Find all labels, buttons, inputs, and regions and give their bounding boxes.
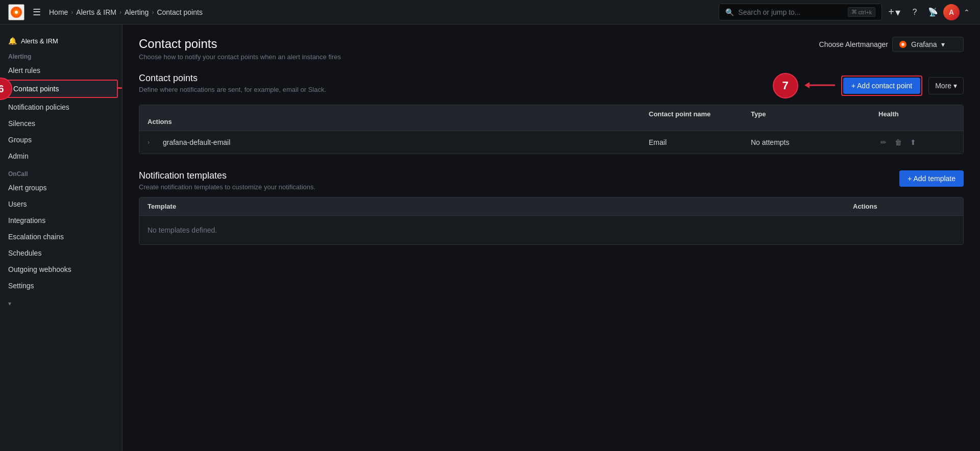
- page-title: Contact points: [139, 37, 811, 51]
- notification-templates-title: Notification templates: [139, 170, 315, 181]
- collapse-icon: ⌃: [964, 8, 970, 16]
- topbar: ☰ Home › Alerts & IRM › Alerting › Conta…: [0, 0, 980, 24]
- alertmanager-select[interactable]: Grafana ▾: [892, 37, 964, 52]
- contact-points-section-header: Contact points Define where notification…: [139, 73, 964, 98]
- add-new-button[interactable]: + ▾: [884, 4, 904, 20]
- more-button[interactable]: More ▾: [928, 77, 964, 94]
- contact-points-section: Contact points Define where notification…: [139, 73, 964, 154]
- sidebar-item-groups[interactable]: Groups: [0, 132, 122, 148]
- contact-point-type: Email: [649, 138, 751, 146]
- contact-point-actions: ✏ 🗑 ⬆: [878, 136, 955, 148]
- sidebar-item-label: Schedules: [8, 249, 41, 257]
- table-row: › grafana-default-email Email No attempt…: [139, 131, 963, 154]
- contact-points-section-titles: Contact points Define where notification…: [139, 73, 326, 93]
- sidebar-item-escalation-chains[interactable]: Escalation chains: [0, 229, 122, 245]
- search-bar[interactable]: 🔍 Search or jump to... ⌘ ctrl+k: [719, 4, 882, 20]
- sidebar-item-alert-groups[interactable]: Alert groups: [0, 180, 122, 196]
- search-icon: 🔍: [725, 8, 734, 16]
- avatar-text: A: [949, 8, 954, 16]
- notification-templates-titles: Notification templates Create notificati…: [139, 170, 315, 191]
- contact-points-table: Contact point name Type Health Actions ›…: [139, 105, 964, 154]
- news-button[interactable]: 📡: [925, 4, 941, 20]
- notification-templates-section: Notification templates Create notificati…: [139, 170, 964, 245]
- sidebar-item-settings[interactable]: Settings: [0, 278, 122, 294]
- alertmanager-selected-text: Grafana: [911, 40, 937, 48]
- sidebar-item-schedules[interactable]: Schedules: [0, 245, 122, 261]
- delete-icon: 🗑: [895, 138, 902, 146]
- export-icon: ⬆: [910, 138, 916, 146]
- sidebar-item-label: Groups: [8, 136, 32, 144]
- cmd-icon: ⌘: [851, 9, 857, 15]
- col-actions: Actions: [853, 203, 955, 210]
- breadcrumb-alerting[interactable]: Alerting: [125, 8, 149, 16]
- sidebar-oncall-label: OnCall: [0, 164, 122, 180]
- grafana-logo[interactable]: [8, 4, 24, 20]
- main-content: Choose Alertmanager Grafana ▾ Contact po…: [122, 24, 980, 451]
- sidebar-item-label: Escalation chains: [8, 233, 64, 241]
- sidebar-item-label: Integrations: [8, 216, 45, 224]
- search-shortcut: ⌘ ctrl+k: [848, 7, 876, 17]
- delete-contact-point-button[interactable]: 🗑: [893, 136, 904, 148]
- expand-icon[interactable]: ›: [148, 139, 163, 146]
- notification-templates-subtitle: Create notification templates to customi…: [139, 183, 315, 191]
- sidebar-item-label: Alert groups: [8, 184, 46, 192]
- add-contact-point-button[interactable]: + Add contact point: [843, 78, 920, 94]
- contact-points-actions: 7 + Add contact point More ▾: [773, 73, 964, 98]
- sidebar-item-label: Settings: [8, 282, 34, 290]
- step6-arrow: [117, 83, 122, 95]
- sidebar-section-title-text: Alerts & IRM: [21, 37, 58, 45]
- svg-marker-7: [804, 82, 810, 88]
- sidebar-section-alerts-irm: 🔔 Alerts & IRM: [0, 33, 122, 47]
- collapse-button[interactable]: ⌃: [962, 6, 972, 18]
- sidebar-item-contact-points[interactable]: Contact points: [5, 81, 117, 97]
- no-templates-message: No templates defined.: [139, 215, 963, 244]
- sidebar-item-notification-policies[interactable]: Notification policies: [0, 99, 122, 115]
- shortcut-text: ctrl+k: [859, 9, 872, 15]
- contact-points-section-subtitle: Define where notifications are sent, for…: [139, 86, 326, 93]
- breadcrumb-sep-1: ›: [71, 9, 73, 16]
- breadcrumb-sep-3: ›: [152, 9, 154, 16]
- col-actions: Actions: [148, 118, 649, 126]
- breadcrumb-sep-2: ›: [119, 9, 121, 16]
- edit-icon: ✏: [880, 138, 887, 146]
- sidebar-item-label: Silences: [8, 119, 35, 128]
- sidebar-collapse-button[interactable]: ▾: [0, 298, 122, 309]
- chevron-down-icon: ▾: [941, 40, 945, 48]
- export-contact-point-button[interactable]: ⬆: [908, 136, 918, 148]
- alertmanager-bar: Choose Alertmanager Grafana ▾: [819, 37, 964, 52]
- sidebar-item-outgoing-webhooks[interactable]: Outgoing webhooks: [0, 261, 122, 278]
- notification-templates-actions: + Add template: [899, 170, 964, 187]
- sidebar-item-alert-rules[interactable]: Alert rules: [0, 62, 122, 79]
- col-type: Type: [751, 110, 878, 118]
- templates-table-header: Template Actions: [139, 197, 963, 215]
- breadcrumb-current: Contact points: [157, 8, 203, 16]
- add-contact-point-wrapper: + Add contact point: [841, 76, 922, 96]
- help-icon: ?: [913, 8, 917, 17]
- contact-points-section-title: Contact points: [139, 73, 326, 84]
- no-templates-text: No templates defined.: [148, 226, 217, 234]
- collapse-icon: ▾: [8, 300, 11, 307]
- help-button[interactable]: ?: [906, 4, 923, 20]
- sidebar-item-silences[interactable]: Silences: [0, 115, 122, 132]
- notification-templates-table: Template Actions No templates defined.: [139, 197, 964, 245]
- grafana-icon: [899, 40, 907, 48]
- sidebar-item-label: Notification policies: [8, 103, 69, 111]
- sidebar-item-integrations[interactable]: Integrations: [0, 212, 122, 229]
- contact-point-health: No attempts: [751, 138, 878, 146]
- avatar[interactable]: A: [943, 4, 960, 20]
- sidebar-item-users[interactable]: Users: [0, 196, 122, 212]
- svg-point-5: [901, 43, 904, 46]
- step6-circle: 6: [0, 78, 12, 100]
- sidebar-item-label: Contact points: [13, 85, 59, 93]
- edit-contact-point-button[interactable]: ✏: [878, 136, 889, 148]
- search-placeholder: Search or jump to...: [738, 8, 843, 16]
- sidebar-item-admin[interactable]: Admin: [0, 148, 122, 164]
- sidebar-item-label: Admin: [8, 152, 29, 160]
- breadcrumb-alerts-irm[interactable]: Alerts & IRM: [76, 8, 116, 16]
- sidebar-item-label: Users: [8, 200, 27, 208]
- step7-circle: 7: [773, 73, 798, 98]
- add-template-button[interactable]: + Add template: [899, 170, 964, 187]
- breadcrumb-home[interactable]: Home: [49, 8, 68, 16]
- hamburger-button[interactable]: ☰: [31, 5, 43, 20]
- col-template: Template: [148, 203, 853, 210]
